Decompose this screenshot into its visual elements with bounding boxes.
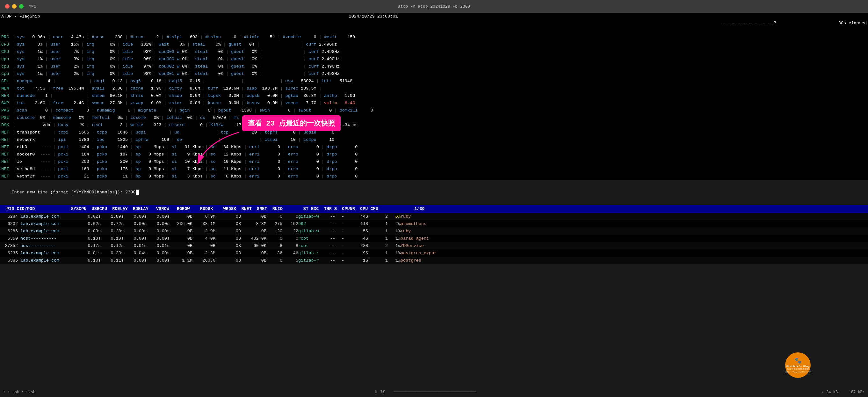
net-network-row: NET | network | ipi 1786 | ipo 1825 | ip… <box>0 136 868 143</box>
net-vetha8d-row: NET | vetha8d ---- | pcki 163 | pcko 176… <box>0 165 868 173</box>
window-shortcut: ⌥⌘1 <box>29 4 36 9</box>
cpu-row-3: cpu | sys 1% | user 3% | irq 0% | idle 9… <box>0 56 868 63</box>
proc-row-3: 6350 host---------- 0.13s 0.18s 0.00s 0.… <box>0 235 868 242</box>
minimize-button[interactable] <box>12 4 17 9</box>
net-docker0-row: NET | docker0 ---- | pcki 184 | pcko 187… <box>0 151 868 158</box>
watermark: 🐾 MiniRate's Blog 专注于你分享技术教程 https://www… <box>785 353 811 378</box>
net-transport-row: NET | transport | tcpi 1606 | tcpo 1646 … <box>0 129 868 136</box>
net-vethf2f-row: NET | vethf2f ---- | pcki 21 | pcko 11 |… <box>0 173 868 180</box>
proc-row-2: 6286 lab.example.com 0.03s 0.28s 0.00s 0… <box>0 227 868 235</box>
swp-row: SWP | tot 2.6G | free 2.4G | swcac 27.3M… <box>0 99 868 107</box>
psi-row: PSI | cpusome 0% | memsome 0% | memfull … <box>0 114 868 121</box>
terminal: ATOP - FlagShip 2024/10/29 23:00:01 ----… <box>0 13 868 264</box>
proc-row-4: 27352 host---------- 0.17s 0.12s 0.01s 0… <box>0 242 868 249</box>
window-title: atop -r atop_20241029 -b 2300 <box>398 4 470 9</box>
maximize-button[interactable] <box>19 4 24 9</box>
statusbar-right: ⬇ 34 kB↓ 187 kB↑ <box>822 390 865 394</box>
proc-header: PID CID/POD SYSCPU USRCPU RDELAY BDELAY … <box>0 205 868 213</box>
prc-row: PRC | sys 0.96s | user 4.47s | #proc 230… <box>0 33 868 41</box>
network-up: 187 kB↑ <box>849 390 865 394</box>
statusbar-left: ⚡ ⚡ ssh • -zsh <box>3 390 35 394</box>
cpl-row: CPL | numcpu 4 | | avg1 0.13 | avg5 0.18… <box>0 78 868 85</box>
proc-row-1: 6232 lab.example.com 0.02s 0.72s 0.00s 0… <box>0 220 868 227</box>
tooltip-arrow <box>188 129 252 167</box>
atop-header-left: ATOP - FlagShip <box>1 13 40 33</box>
network-icon: ⬇ <box>822 390 824 394</box>
tooltip-text: 查看 23 点最近的一次快照 <box>248 120 335 128</box>
input-prompt-text: Enter new time (format [YYYYMMDD]hhmm[ss… <box>11 190 135 195</box>
atop-header-line: ATOP - FlagShip 2024/10/29 23:00:01 ----… <box>0 13 868 33</box>
mem-row-1: MEM | tot 7.5G | free 195.4M | avail 2.0… <box>0 85 868 92</box>
status-bar: ⚡ ⚡ ssh • -zsh 🖥 7% ━━━━━━━━━━━━━━━━━━━━… <box>0 387 868 397</box>
input-prompt-line[interactable]: Enter new time (format [YYYYMMDD]hhmm[ss… <box>0 180 868 205</box>
cpu-row-4: cpu | sys 1% | user 2% | irq 0% | idle 9… <box>0 63 868 70</box>
statusbar-center: 🖥 7% ━━━━━━━━━━━━━━━━━━━━━━━━━━━━━━━━━━━… <box>374 390 483 394</box>
atop-header-center: 2024/10/29 23:00:01 <box>349 13 398 33</box>
title-bar: ⌥⌘1 atop -r atop_20241029 -b 2300 <box>0 0 868 13</box>
cpu-row-5: cpu | sys 1% | user 2% | irq 0% | idle 9… <box>0 70 868 78</box>
cpu-usage-value: 7% <box>380 390 385 394</box>
close-button[interactable] <box>5 4 9 9</box>
net-eth0-row: NET | eth0 ---- | pcki 1404 | pcko 1440 … <box>0 143 868 151</box>
mem-row-2: MEM | numnode 1 | | shmem 80.1M | shrss … <box>0 92 868 99</box>
cpu-row-1: CPU | sys 3% | user 15% | irq 0% | idle … <box>0 41 868 48</box>
atop-header-right: --------------------7 30s elapsed <box>707 13 867 33</box>
proc-row-6: 6386 lab.example.com 0.10s 0.11s 0.00s 0… <box>0 257 868 264</box>
net-lo-row: NET | lo ---- | pcki 200 | pcko 200 | sp… <box>0 158 868 165</box>
cpu-row-2: CPU | sys 1% | user 7% | irq 0% | idle 9… <box>0 48 868 56</box>
cpu-usage-icon: 🖥 <box>374 390 378 394</box>
network-dl: 34 kB↓ <box>826 390 840 394</box>
proc-row-0: 6284 lab.example.com 0.02s 1.89s 0.00s 0… <box>0 213 868 220</box>
proc-row-5: 6235 lab.example.com 0.01s 0.23s 0.04s 0… <box>0 249 868 257</box>
traffic-lights <box>5 4 24 9</box>
dsk-row: DSK | vda | busy 1% | read 3 | write 323… <box>0 121 868 129</box>
tooltip-overlay: 查看 23 点最近的一次快照 <box>242 115 341 131</box>
statusbar-shell-icon: ⚡ <box>3 390 5 394</box>
pag-row: PAG | scan 0 | compact 0 | numamig 0 | m… <box>0 107 868 114</box>
statusbar-shell-label: ⚡ ssh • -zsh <box>8 390 35 394</box>
